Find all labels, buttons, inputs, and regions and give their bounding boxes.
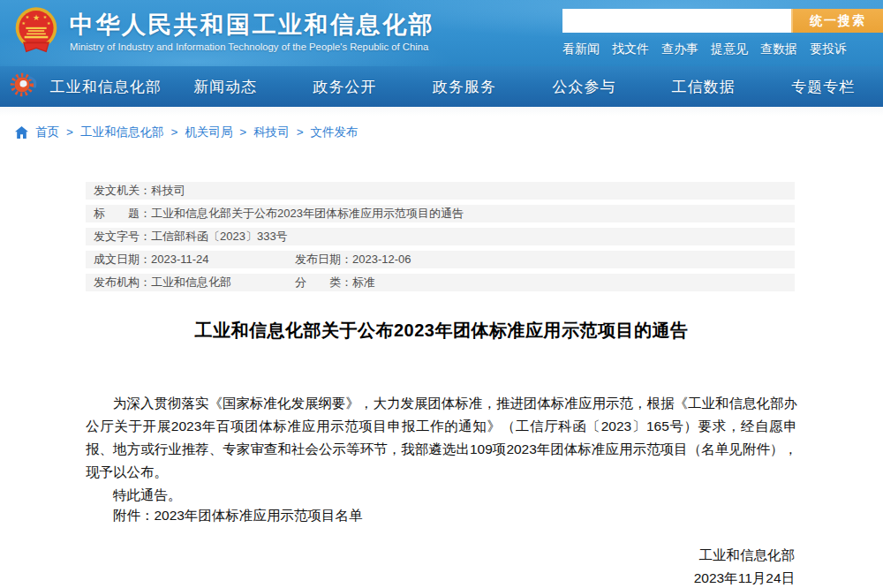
body-paragraph: 为深入贯彻落实《国家标准化发展纲要》，大力发展团体标准，推进团体标准应用示范，根… — [86, 392, 797, 484]
search-area: 统一搜索 看新闻 找文件 查办事 提意见 查数据 要投诉 — [562, 9, 883, 57]
main-nav: 工业和信息化部 新闻动态 政务公开 政务服务 公众参与 工信数据 专题专栏 — [0, 66, 883, 107]
quick-link-complaint[interactable]: 要投诉 — [810, 41, 847, 57]
quick-link-check-services[interactable]: 查办事 — [661, 41, 698, 57]
breadcrumb: 首页 > 工业和信息化部 > 机关司局 > 科技司 > 文件发布 — [0, 107, 883, 157]
breadcrumb-separator: > — [297, 125, 304, 139]
attachment-line: 附件：2023年团体标准应用示范项目名单 — [86, 507, 797, 525]
nav-item-special-columns[interactable]: 专题专栏 — [764, 77, 883, 97]
nav-item-gov-disclosure[interactable]: 政务公开 — [285, 77, 404, 97]
breadcrumb-home[interactable]: 首页 — [35, 124, 59, 140]
svg-text:★: ★ — [22, 20, 26, 26]
quick-link-see-news[interactable]: 看新闻 — [562, 41, 600, 57]
site-subtitle: Ministry of Industry and Information Tec… — [70, 41, 434, 52]
signature-date: 2023年11月24日 — [694, 567, 795, 588]
unified-search-button[interactable]: 统一搜索 — [791, 9, 883, 33]
quick-link-find-files[interactable]: 找文件 — [612, 41, 649, 57]
body-closing-line: 特此通告。 — [86, 484, 797, 507]
document-body: 为深入贯彻落实《国家标准化发展纲要》，大力发展团体标准，推进团体标准应用示范，根… — [86, 392, 797, 507]
nav-item-news[interactable]: 新闻动态 — [165, 77, 284, 97]
breadcrumb-science-tech-dept[interactable]: 科技司 — [253, 124, 290, 140]
quick-link-feedback[interactable]: 提意见 — [711, 41, 748, 57]
meta-value: 工业和信息化部关于公布2023年团体标准应用示范项目的通告 — [151, 205, 464, 222]
meta-value: 工信部科函〔2023〕333号 — [151, 228, 288, 245]
breadcrumb-document-release[interactable]: 文件发布 — [311, 124, 358, 140]
nav-item-public-participation[interactable]: 公众参与 — [525, 77, 644, 97]
meta-row-publisher-category: 发布机构：工业和信息化部 分 类：标准 — [86, 274, 795, 291]
meta-row-document-number: 发文字号：工信部科函〔2023〕333号 — [86, 228, 795, 245]
meta-value: 科技司 — [151, 182, 185, 200]
svg-text:★: ★ — [26, 14, 30, 19]
quick-link-check-data[interactable]: 查数据 — [760, 41, 797, 57]
national-emblem-icon: ★ ★ ★ ★ ★ — [14, 6, 58, 56]
search-input[interactable] — [562, 9, 791, 33]
meta-publisher: 发布机构：工业和信息化部 — [94, 274, 295, 291]
brand-text: 中华人民共和国工业和信息化部 Ministry of Industry and … — [70, 11, 434, 52]
meta-category: 分 类：标准 — [295, 274, 375, 291]
nav-item-gov-services[interactable]: 政务服务 — [404, 77, 524, 97]
breadcrumb-miit[interactable]: 工业和信息化部 — [80, 124, 164, 140]
meta-row-title: 标 题：工业和信息化部关于公布2023年团体标准应用示范项目的通告 — [86, 205, 795, 222]
document-content: 发文机关：科技司 标 题：工业和信息化部关于公布2023年团体标准应用示范项目的… — [0, 157, 883, 588]
meta-label: 发文机关： — [94, 182, 151, 200]
breadcrumb-separator: > — [170, 125, 177, 139]
meta-row-issuing-agency: 发文机关：科技司 — [86, 182, 795, 200]
meta-written-date: 成文日期：2023-11-24 — [94, 251, 295, 268]
quick-links: 看新闻 找文件 查办事 提意见 查数据 要投诉 — [562, 41, 883, 57]
miit-gear-logo-icon[interactable] — [9, 71, 46, 102]
signer-name: 工业和信息化部 — [694, 544, 795, 566]
svg-text:★: ★ — [47, 20, 51, 26]
nav-item-miit[interactable]: 工业和信息化部 — [46, 77, 165, 97]
home-icon[interactable] — [15, 126, 28, 139]
breadcrumb-separator: > — [66, 125, 73, 139]
site-title: 中华人民共和国工业和信息化部 — [70, 11, 434, 39]
breadcrumb-departments[interactable]: 机关司局 — [185, 124, 232, 140]
site-header: ★ ★ ★ ★ ★ 中华人民共和国工业和信息化部 Ministry of Ind… — [0, 0, 883, 66]
meta-label: 发文字号： — [94, 228, 151, 245]
document-title: 工业和信息化部关于公布2023年团体标准应用示范项目的通告 — [0, 319, 883, 343]
site-brand-link[interactable]: ★ ★ ★ ★ ★ 中华人民共和国工业和信息化部 Ministry of Ind… — [14, 6, 434, 56]
nav-item-miit-data[interactable]: 工信数据 — [644, 77, 763, 97]
signature-block: 工业和信息化部 2023年11月24日 — [694, 544, 795, 588]
meta-label: 标 题： — [94, 205, 151, 222]
svg-text:★: ★ — [43, 14, 48, 19]
svg-text:★: ★ — [33, 13, 40, 22]
breadcrumb-separator: > — [239, 125, 246, 139]
page: ★ ★ ★ ★ ★ 中华人民共和国工业和信息化部 Ministry of Ind… — [0, 0, 883, 588]
meta-publish-date: 发布日期：2023-12-06 — [295, 251, 411, 268]
meta-row-dates: 成文日期：2023-11-24 发布日期：2023-12-06 — [86, 251, 795, 268]
document-meta-table: 发文机关：科技司 标 题：工业和信息化部关于公布2023年团体标准应用示范项目的… — [86, 182, 795, 297]
